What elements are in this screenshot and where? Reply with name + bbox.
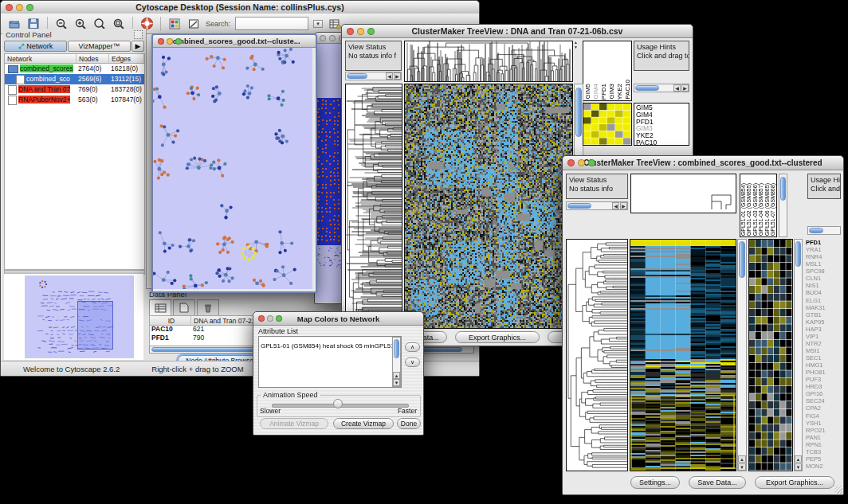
column-label: PFD1 [600,84,607,100]
window-controls [6,4,33,11]
heatmap-zoom-panel[interactable] [748,239,793,471]
trash-icon[interactable] [197,299,219,316]
network-row[interactable]: DNA and Tran 07 769(0) 183728(0) [5,84,144,95]
export-graphics-button[interactable]: Export Graphics... [755,476,834,489]
dialog-titlebar[interactable]: Map Colors to Network [253,312,423,326]
animate-vizmap-button[interactable]: Animate Vizmap [260,418,328,429]
control-panel: Control Panel Network VizMapper™ ▶ Netwo… [2,29,147,361]
col-nodes[interactable]: Nodes [77,54,109,64]
close-button[interactable] [347,28,354,35]
gene-label: MON2 [806,463,841,470]
minimize-button [267,315,273,322]
view-status-box: View Status No status info [566,174,628,199]
search-input[interactable] [235,17,308,30]
array-dendrogram-panel[interactable] [404,41,573,82]
status-hint-zoom: Right-click + drag to ZOOM [151,365,243,373]
move-up-button[interactable]: ∧ [405,342,420,352]
new-attr-icon[interactable] [173,299,195,316]
col-network[interactable]: Network [5,54,77,64]
usage-hints-scrollbar[interactable] [807,226,841,235]
zoom-vscrollbar[interactable]: ▲ ▼ [794,239,803,471]
resize-grip[interactable] [834,486,842,494]
attribute-list-scrollbar[interactable]: ▲ ▼ [392,337,401,387]
speed-slider-thumb[interactable] [333,399,343,408]
heatmap-global-panel[interactable] [630,239,736,471]
folder-icon [8,65,18,73]
treeview1-titlebar[interactable]: ClusterMaker TreeView : DNA and Tran 07-… [342,25,693,38]
close-button[interactable] [158,38,164,45]
array-dendrogram-panel[interactable] [630,174,736,213]
gene-label: RPO21 [806,427,841,434]
zoom-button[interactable] [276,315,282,322]
search-dropdown-icon[interactable]: ▼ [313,20,323,28]
network-row-selected[interactable]: combined_sco 2569(6) 13112(15) [5,74,144,84]
attribute-list-label: Attribute List [258,327,298,335]
main-titlebar[interactable]: Cytoscape Desktop (Session Name: collins… [1,1,479,14]
zoom-button[interactable] [175,38,182,45]
minimize-button[interactable] [578,159,585,166]
minimize-button[interactable] [329,35,336,41]
gene-dendrogram-panel[interactable] [345,84,402,329]
treeview2-titlebar[interactable]: ClusterMaker TreeView : combined_scores_… [563,156,843,170]
zoom-button[interactable] [588,159,595,166]
scroll-down-icon[interactable]: ▼ [574,45,578,49]
view-status-scrollbar[interactable]: ◀ ▶ [566,201,628,210]
tab-vizmapper[interactable]: VizMapper™ [68,41,131,52]
col-edges[interactable]: Edges [109,54,144,64]
export-graphics-button[interactable]: Export Graphics... [455,331,540,343]
birdseye-view-canvas[interactable] [25,275,134,358]
network-view-titlebar[interactable]: combined_scores_good.txt--cluste... [153,35,316,48]
zoom-button[interactable] [367,28,375,35]
status-welcome: Welcome to Cytoscape 2.6.2 [23,365,120,373]
attribute-list[interactable]: GPL51-01 (GSM854) heat shock 05 minGPL51… [258,336,402,388]
close-button[interactable] [6,4,13,11]
settings-button[interactable]: Settings... [630,476,680,489]
heatmap-global-panel[interactable] [404,84,573,329]
gene-label: YSH1 [806,420,841,427]
move-down-button[interactable]: ∨ [405,357,420,367]
annotation-icon[interactable] [186,17,201,31]
gene-dendrogram-panel[interactable] [566,239,628,471]
network-canvas[interactable] [153,48,312,289]
zoom-button[interactable] [26,4,33,11]
array-label: GPL51-06 (GSM865) [765,183,770,236]
vizmapper-icon[interactable] [167,17,182,31]
usage-hints-scrollbar[interactable]: ◀ ▶ [634,84,689,92]
gene-label: MSI1 [806,347,841,354]
view-status-box: View Status No status info f [345,41,402,71]
gene-label: CPA2 [806,404,841,412]
view-status-scrollbar[interactable]: ◀ ▶ [345,72,402,80]
heatmap-vscrollbar[interactable]: ▲ ▼ [737,239,747,471]
close-button[interactable] [320,35,326,41]
close-button[interactable] [258,315,265,322]
network-row[interactable]: RNAPuberNov2+ 563(0) 107847(0) [5,95,144,105]
attribute-list-item[interactable]: GPL51-01 (GSM854) heat shock 05 min [261,342,375,350]
close-button[interactable] [567,159,575,166]
slower-label: Slower [260,407,281,415]
array-labels-scrollbar[interactable] [779,174,787,237]
gene-label: YRA1 [806,246,841,253]
gene-label: NIS1 [806,282,841,289]
gene-label: GPI16 [806,390,841,397]
minimize-button[interactable] [357,28,364,35]
create-vizmap-button[interactable]: Create Vizmap [333,418,394,429]
done-button[interactable]: Done [397,418,421,429]
treeview1-row-labels: GIM5GIM4PFD1GIM3YKE2PAC10 [634,103,689,146]
float-panel-icon[interactable] [134,30,143,39]
gene-label: PEP5 [806,455,841,463]
usage-hints-box: Usage Hi Click and [807,174,841,199]
array-label: GPL51-04 (GSM857) [759,183,764,236]
heatmap-zoom-panel[interactable] [583,103,632,146]
gene-label: ELG1 [806,297,841,304]
gene-label: CLN1 [806,275,841,282]
tab-overflow-arrow[interactable]: ▶ [132,41,144,52]
table-icon[interactable] [328,17,342,31]
network-row[interactable]: combined_scores 2764(0) 16218(0) [5,64,144,74]
gene-label: GTB1 [806,311,841,318]
tab-network[interactable]: Network [4,41,67,52]
map-colors-dialog: Map Colors to Network Attribute List GPL… [253,311,424,436]
minimize-button[interactable] [16,4,23,11]
minimize-button[interactable] [167,38,173,45]
save-data-button[interactable]: Save Data... [689,476,746,489]
node-attr-tab-icon[interactable] [149,299,171,316]
